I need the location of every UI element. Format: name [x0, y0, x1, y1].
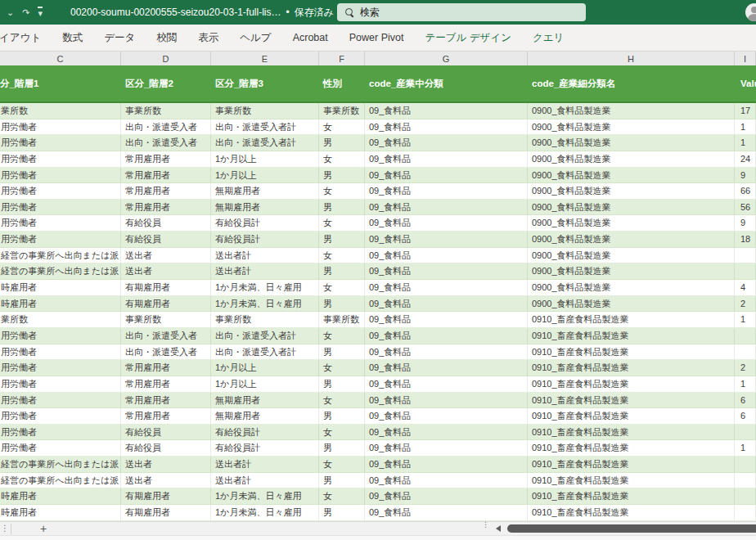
cell-f[interactable]: 男 — [319, 376, 365, 392]
cell-d[interactable]: 常用雇用者 — [121, 376, 211, 392]
cell-g[interactable]: 09_食料品 — [365, 360, 528, 376]
cell-g[interactable]: 09_食料品 — [365, 296, 528, 312]
cell-f[interactable]: 男 — [319, 168, 365, 183]
cell-g[interactable]: 09_食料品 — [365, 103, 528, 119]
cell-d[interactable]: 有期雇用者 — [121, 505, 211, 520]
cell-g[interactable]: 09_食料品 — [365, 215, 528, 231]
cell-c[interactable]: 用労働者 — [0, 215, 121, 231]
cell-g[interactable]: 09_食料品 — [365, 408, 528, 424]
cell-h[interactable]: 0900_食料品製造業 — [528, 119, 735, 135]
cell-h[interactable]: 0900_食料品製造業 — [528, 103, 735, 119]
cell-d[interactable]: 有給役員 — [121, 215, 211, 231]
cell-c[interactable]: 時雇用者 — [0, 505, 121, 520]
cell-v[interactable] — [735, 457, 756, 472]
cell-f[interactable]: 男 — [319, 232, 365, 247]
cell-v[interactable]: 9 — [735, 168, 756, 183]
cell-c[interactable]: 用労働者 — [0, 200, 121, 215]
ribbon-tab-8[interactable]: テーブル デザイン — [414, 25, 522, 51]
ribbon-tab-1[interactable]: 数式 — [52, 25, 93, 51]
cell-e[interactable]: 有給役員計 — [211, 232, 319, 247]
cell-v[interactable] — [735, 473, 756, 488]
table-header-industry-detail[interactable]: code_産業細分類名 — [528, 65, 735, 101]
cell-e[interactable]: 1か月未満、日々雇用 — [211, 488, 319, 504]
cell-d[interactable]: 出向・派遣受入者 — [121, 135, 211, 151]
cell-g[interactable]: 09_食料品 — [365, 393, 528, 408]
scrollbar-resize-handle[interactable]: ⋮ — [482, 523, 489, 527]
cell-v[interactable]: 66 — [735, 183, 756, 199]
cell-f[interactable]: 事業所数 — [319, 103, 365, 119]
cell-f[interactable]: 男 — [319, 296, 365, 312]
cell-d[interactable]: 常用雇用者 — [121, 360, 211, 376]
redo-icon[interactable]: ↷ — [22, 8, 29, 17]
cell-c[interactable]: 用労働者 — [0, 168, 121, 183]
cell-g[interactable]: 09_食料品 — [365, 135, 528, 151]
cell-v[interactable]: 18 — [735, 232, 756, 247]
cell-c[interactable]: 時雇用者 — [0, 488, 121, 504]
cell-c[interactable]: 経営の事業所へ出向または派 — [0, 263, 121, 279]
cell-d[interactable]: 有給役員 — [121, 425, 211, 440]
cell-h[interactable]: 0910_畜産食料品製造業 — [528, 360, 735, 376]
cell-g[interactable]: 09_食料品 — [365, 505, 528, 520]
cell-g[interactable]: 09_食料品 — [365, 425, 528, 440]
table-header-kubun1[interactable]: 分_階層1 — [0, 65, 121, 101]
column-header-H[interactable]: H — [528, 52, 735, 66]
cell-e[interactable]: 事業所数 — [211, 103, 319, 119]
cell-v[interactable] — [735, 505, 756, 520]
cell-c[interactable]: 業所数 — [0, 103, 121, 119]
cell-f[interactable]: 女 — [319, 183, 365, 199]
ribbon-tab-9[interactable]: クエリ — [522, 25, 574, 51]
save-status-dropdown[interactable]: 保存済み ⌄ — [295, 6, 344, 20]
cell-d[interactable]: 有期雇用者 — [121, 296, 211, 312]
cell-c[interactable]: 用労働者 — [0, 376, 121, 392]
cell-c[interactable]: 用労働者 — [0, 119, 121, 135]
cell-h[interactable]: 0900_食料品製造業 — [528, 263, 735, 279]
cell-e[interactable]: 1か月未満、日々雇用 — [211, 296, 319, 312]
horizontal-scrollbar-thumb[interactable] — [507, 524, 756, 533]
cell-v[interactable]: 17 — [735, 103, 756, 119]
cell-g[interactable]: 09_食料品 — [365, 312, 528, 327]
customize-qat-icon[interactable]: ▾ — [38, 7, 43, 18]
cell-h[interactable]: 0900_食料品製造業 — [528, 248, 735, 263]
cell-e[interactable]: 送出者計 — [211, 473, 319, 488]
ribbon-tab-7[interactable]: Power Pivot — [339, 25, 415, 51]
cell-c[interactable]: 用労働者 — [0, 425, 121, 440]
undo-dropdown-icon[interactable]: ⌄ — [7, 8, 14, 17]
cell-h[interactable]: 0910_畜産食料品製造業 — [528, 376, 735, 392]
cell-e[interactable]: 1か月未満、日々雇用 — [211, 505, 319, 520]
cell-e[interactable]: 1か月以上 — [211, 151, 319, 167]
cell-e[interactable]: 有給役員計 — [211, 425, 319, 440]
cell-d[interactable]: 有給役員 — [121, 440, 211, 456]
table-header-sex[interactable]: 性別 — [319, 65, 365, 101]
cell-f[interactable]: 女 — [319, 328, 365, 344]
ribbon-tab-4[interactable]: 表示 — [187, 25, 229, 51]
cell-e[interactable]: 無期雇用者 — [211, 183, 319, 199]
cell-d[interactable]: 常用雇用者 — [121, 151, 211, 167]
cell-d[interactable]: 出向・派遣受入者 — [121, 328, 211, 344]
cell-h[interactable]: 0900_食料品製造業 — [528, 200, 735, 215]
column-header-D[interactable]: D — [121, 52, 211, 66]
table-header-value[interactable]: Value — [735, 65, 756, 101]
cell-h[interactable]: 0900_食料品製造業 — [528, 168, 735, 183]
cell-c[interactable]: 経営の事業所へ出向または派 — [0, 473, 121, 488]
cell-f[interactable]: 女 — [319, 280, 365, 295]
cell-f[interactable]: 女 — [319, 393, 365, 408]
cell-f[interactable]: 男 — [319, 473, 365, 488]
cell-e[interactable]: 無期雇用者 — [211, 393, 319, 408]
cell-f[interactable]: 男 — [319, 505, 365, 520]
column-header-C[interactable]: C — [0, 52, 121, 66]
cell-e[interactable]: 無期雇用者 — [211, 408, 319, 424]
cell-v[interactable]: 24 — [735, 151, 756, 167]
cell-g[interactable]: 09_食料品 — [365, 183, 528, 199]
cell-v[interactable]: 1 — [735, 135, 756, 151]
cell-g[interactable]: 09_食料品 — [365, 344, 528, 360]
cell-v[interactable]: 6 — [735, 393, 756, 408]
cell-g[interactable]: 09_食料品 — [365, 232, 528, 247]
cell-h[interactable]: 0900_食料品製造業 — [528, 232, 735, 247]
cell-e[interactable]: 送出者計 — [211, 457, 319, 472]
new-sheet-button[interactable]: + — [36, 522, 51, 536]
cell-f[interactable]: 男 — [319, 408, 365, 424]
cell-c[interactable]: 時雇用者 — [0, 296, 121, 312]
cell-f[interactable]: 女 — [319, 215, 365, 231]
cell-h[interactable]: 0910_畜産食料品製造業 — [528, 488, 735, 504]
cell-v[interactable] — [735, 263, 756, 279]
